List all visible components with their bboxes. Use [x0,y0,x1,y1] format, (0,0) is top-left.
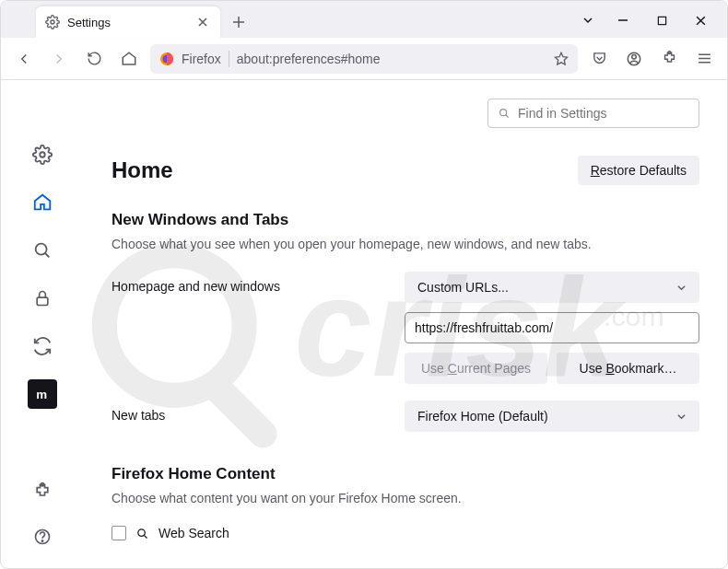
reload-button[interactable] [80,45,108,73]
divider [229,51,229,67]
homepage-label: Homepage and new windows [112,272,386,294]
homepage-url-input[interactable] [405,312,699,343]
sidebar-sync[interactable] [28,331,57,361]
dropdown-value: Firefox Home (Default) [417,409,548,424]
section-home-content-title: Firefox Home Content [112,465,699,483]
forward-button[interactable] [45,45,73,73]
svg-marker-4 [555,52,567,64]
minimize-button[interactable] [604,6,642,34]
page-title: Home [112,157,173,183]
sidebar-general[interactable] [28,140,57,169]
address-bar[interactable]: Firefox about:preferences#home [150,44,578,74]
bookmark-star-icon[interactable] [554,52,569,66]
find-in-settings[interactable] [487,99,699,128]
chevron-down-icon [676,412,687,422]
window-controls [572,6,720,34]
close-window-button[interactable] [681,6,720,34]
dropdown-value: Custom URLs... [417,280,509,295]
sidebar: m [1,80,84,569]
content-area: crisk.com m [1,80,727,569]
address-brand: Firefox [182,52,221,66]
section-new-windows-title: New Windows and Tabs [112,211,699,229]
menu-button[interactable] [690,45,718,73]
sidebar-help[interactable] [28,522,57,552]
pocket-button[interactable] [585,45,613,73]
close-tab-icon[interactable] [194,14,211,30]
newtabs-label: New tabs [112,401,386,423]
maximize-button[interactable] [642,6,681,34]
find-input[interactable] [518,106,689,121]
firefox-logo-icon [159,52,174,66]
section-new-windows-desc: Choose what you see when you open your h… [112,237,699,251]
newtabs-dropdown[interactable]: Firefox Home (Default) [405,401,699,432]
svg-point-6 [632,54,637,59]
homepage-mode-dropdown[interactable]: Custom URLs... [405,272,699,303]
extensions-button[interactable] [655,45,683,73]
svg-rect-1 [658,17,665,24]
tab-title: Settings [67,16,187,29]
svg-point-0 [51,20,54,24]
back-button[interactable] [10,45,38,73]
sidebar-more[interactable]: m [28,379,57,409]
websearch-checkbox[interactable] [112,526,126,540]
sidebar-privacy[interactable] [28,284,57,313]
new-tab-button[interactable] [226,9,252,35]
sidebar-search[interactable] [28,236,57,265]
section-home-content-desc: Choose what content you want on your Fir… [112,491,699,505]
account-button[interactable] [620,45,648,73]
svg-point-18 [41,540,42,541]
gear-icon [45,15,60,29]
svg-rect-14 [37,297,48,305]
search-icon [135,527,149,540]
svg-point-12 [40,152,45,157]
use-bookmark-button[interactable]: Use Bookmark… [557,353,699,384]
main-panel: Home Restore Defaults New Windows and Ta… [84,80,727,569]
tab-bar: Settings [1,1,727,38]
sidebar-home[interactable] [28,188,57,217]
svg-point-20 [138,528,146,536]
home-button[interactable] [115,45,143,73]
address-url: about:preferences#home [237,52,546,66]
nav-bar: Firefox about:preferences#home [1,38,727,80]
svg-point-19 [500,110,507,116]
restore-defaults-button[interactable]: Restore Defaults [578,156,699,185]
svg-text:m: m [36,388,47,401]
chevron-down-icon [676,283,687,293]
websearch-label: Web Search [159,526,229,540]
search-icon [498,107,511,120]
browser-tab[interactable]: Settings [36,6,220,38]
use-current-pages-button[interactable]: Use Current Pages [405,353,547,384]
tabs-overflow-button[interactable] [572,6,604,34]
sidebar-extensions[interactable] [28,476,57,505]
websearch-row[interactable]: Web Search [112,526,699,540]
